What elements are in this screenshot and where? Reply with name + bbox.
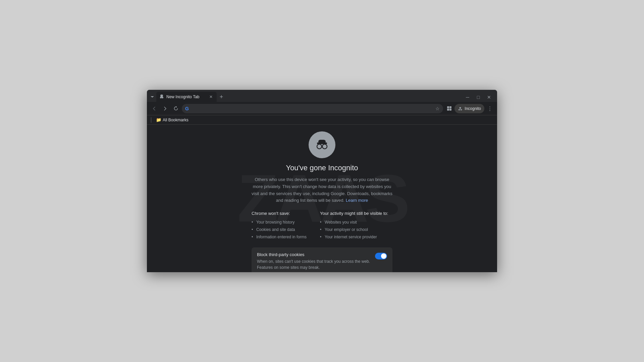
activity-visible-column: Your activity might still be visible to:… bbox=[320, 211, 388, 241]
refresh-button[interactable] bbox=[171, 104, 180, 113]
block-cookies-toggle[interactable] bbox=[375, 253, 387, 259]
svg-point-13 bbox=[317, 144, 322, 149]
forward-button[interactable] bbox=[160, 104, 170, 113]
restore-button[interactable]: □ bbox=[474, 93, 482, 101]
incognito-spy-icon bbox=[314, 136, 330, 153]
window-controls: ─ □ ✕ bbox=[464, 93, 496, 102]
incognito-description: Others who use this device won't see you… bbox=[252, 176, 392, 204]
svg-point-10 bbox=[461, 109, 462, 110]
incognito-profile-label: Incognito bbox=[465, 106, 481, 111]
svg-point-9 bbox=[459, 109, 460, 110]
extensions-button[interactable] bbox=[444, 104, 454, 113]
activity-visible-list: Websites you visit Your employer or scho… bbox=[320, 219, 388, 241]
bookmarks-divider bbox=[151, 117, 151, 123]
all-bookmarks-label: All Bookmarks bbox=[163, 118, 189, 122]
new-tab-button[interactable]: + bbox=[217, 92, 226, 102]
active-tab[interactable]: New Incognito Tab ✕ bbox=[156, 92, 217, 102]
activity-visible-heading: Your activity might still be visible to: bbox=[320, 211, 388, 216]
svg-point-14 bbox=[322, 144, 327, 149]
list-item: Cookies and site data bbox=[252, 226, 307, 233]
tab-close-button[interactable]: ✕ bbox=[208, 94, 214, 100]
minimize-button[interactable]: ─ bbox=[464, 93, 472, 101]
cookies-card-description: When on, sites can't use cookies that tr… bbox=[257, 258, 371, 270]
folder-icon: 📁 bbox=[156, 117, 161, 122]
incognito-content: You've gone Incognito Others who use thi… bbox=[152, 131, 492, 272]
svg-rect-3 bbox=[160, 95, 163, 96]
svg-rect-5 bbox=[449, 106, 451, 108]
list-item: Information entered in forms bbox=[252, 233, 307, 241]
svg-point-1 bbox=[160, 97, 162, 99]
all-bookmarks-folder[interactable]: 📁 All Bookmarks bbox=[154, 117, 191, 123]
toolbar: G ☆ Incognito ⋮ bbox=[147, 102, 497, 115]
tab-title: New Incognito Tab bbox=[166, 95, 206, 99]
list-item: Your employer or school bbox=[320, 226, 388, 233]
more-menu-button[interactable]: ⋮ bbox=[485, 104, 494, 113]
learn-more-link[interactable]: Learn more bbox=[346, 198, 368, 203]
cookies-card-title: Block third-party cookies bbox=[257, 252, 371, 257]
tab-bar: New Incognito Tab ✕ + ─ □ ✕ bbox=[147, 90, 497, 102]
list-item: Websites you visit bbox=[320, 219, 388, 226]
address-bar[interactable]: G ☆ bbox=[182, 104, 443, 113]
cookies-text-block: Block third-party cookies When on, sites… bbox=[257, 252, 371, 270]
incognito-profile-button[interactable]: Incognito bbox=[454, 104, 484, 113]
tab-dropdown-button[interactable] bbox=[148, 92, 156, 102]
bookmarks-bar: 📁 All Bookmarks bbox=[147, 115, 497, 125]
chrome-wont-save-column: Chrome won't save: Your browsing history… bbox=[252, 211, 307, 241]
cookies-card: Block third-party cookies When on, sites… bbox=[252, 247, 392, 272]
google-g-icon: G bbox=[185, 106, 189, 111]
list-item: Your internet service provider bbox=[320, 233, 388, 241]
svg-rect-7 bbox=[449, 109, 451, 111]
back-button[interactable] bbox=[150, 104, 159, 113]
address-input[interactable] bbox=[191, 106, 433, 111]
incognito-columns: Chrome won't save: Your browsing history… bbox=[252, 211, 392, 241]
browser-window: New Incognito Tab ✕ + ─ □ ✕ G ☆ bbox=[147, 90, 497, 272]
close-button[interactable]: ✕ bbox=[485, 93, 493, 101]
chrome-wont-save-heading: Chrome won't save: bbox=[252, 211, 307, 216]
toolbar-right: Incognito ⋮ bbox=[444, 104, 494, 113]
toggle-knob bbox=[381, 253, 386, 259]
cookies-toggle-wrap[interactable] bbox=[375, 253, 387, 259]
tab-favicon bbox=[159, 94, 164, 100]
svg-rect-6 bbox=[447, 109, 449, 111]
svg-point-2 bbox=[162, 97, 163, 99]
main-content: ZAAS You've gone Incognito Others wh bbox=[147, 125, 497, 272]
svg-point-8 bbox=[460, 107, 461, 109]
bookmark-star-icon[interactable]: ☆ bbox=[435, 106, 440, 111]
chrome-wont-save-list: Your browsing history Cookies and site d… bbox=[252, 219, 307, 241]
list-item: Your browsing history bbox=[252, 219, 307, 226]
incognito-heading: You've gone Incognito bbox=[286, 164, 358, 172]
svg-rect-4 bbox=[447, 106, 449, 108]
incognito-icon-circle bbox=[309, 131, 335, 158]
svg-rect-12 bbox=[318, 140, 326, 143]
